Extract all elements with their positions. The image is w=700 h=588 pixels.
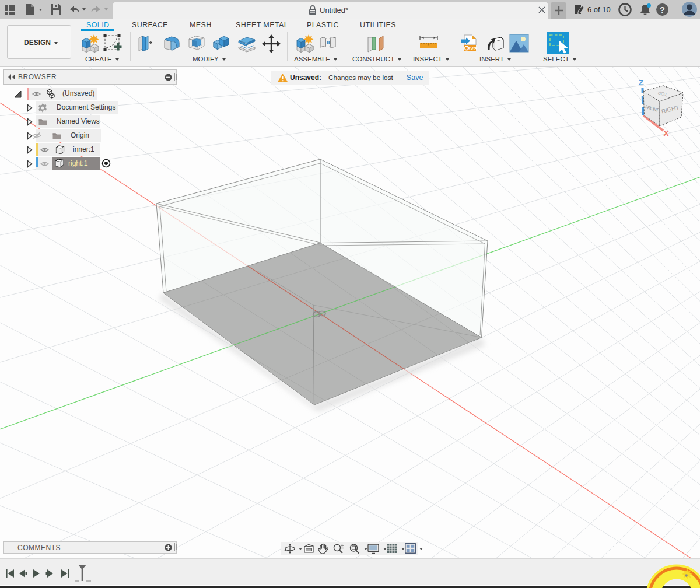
svg-text:SVG: SVG [467,46,477,51]
svg-text:X: X [663,129,668,138]
svg-text:Z: Z [639,78,643,87]
svg-text:?: ? [660,5,665,15]
